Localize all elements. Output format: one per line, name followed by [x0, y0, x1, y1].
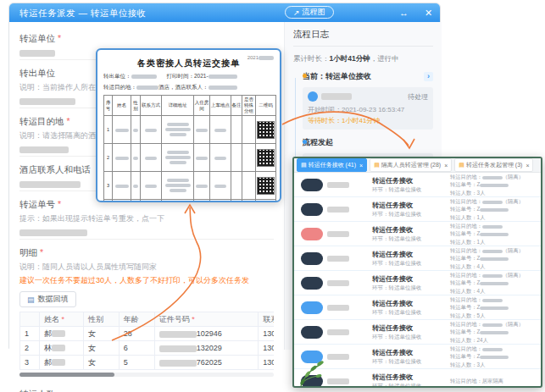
- task-list-item[interactable]: 转运任务接收环节：转运单位接收转运目的地：转运单号：Z转运人数：3人: [294, 345, 541, 369]
- task-name-zone: 转运任务接收环节：转运单位接收: [372, 201, 450, 218]
- avatar: [301, 351, 323, 363]
- sheet-cell: [194, 116, 210, 144]
- horizontal-scrollbar[interactable]: [19, 373, 274, 377]
- sheet-cell: [113, 144, 131, 172]
- sheet-cell: [210, 116, 231, 144]
- redacted-text: [115, 129, 129, 132]
- redacted-destination: [136, 86, 158, 90]
- sheet-cell: [242, 200, 256, 203]
- tab-label: 隔离人员转运管理 (28): [381, 161, 441, 169]
- data-backfill-button[interactable]: ▤ 数据回填: [19, 291, 76, 307]
- redacted-text: [327, 329, 349, 335]
- redacted-text: [480, 257, 509, 261]
- sheet-column-header: 详细地址: [162, 96, 194, 116]
- table-row[interactable]: 1郝女28102946130街道海: [20, 327, 275, 341]
- screenshot-stage: 转运任务派发 — 转运单位接收 ↗ 流程图 ↔ ✕ 转运单位 *转出单位说明：当…: [0, 0, 545, 392]
- redacted-text: [19, 229, 87, 236]
- cell-phone: 130: [259, 327, 274, 341]
- task-name-zone: 转运任务接收环节：转运单位接收: [372, 176, 450, 194]
- cell-age: 6: [119, 341, 154, 356]
- sheet-cell: [131, 200, 141, 203]
- task-tab-2[interactable]: ▤转运任务发起管理 (3)×: [454, 158, 533, 172]
- avatar: [301, 277, 323, 290]
- tab-close-icon[interactable]: ×: [359, 163, 363, 168]
- task-list-item[interactable]: 转运任务接收环节：转运单位接收转运目的地：（隔离）转运单号：Z转运人数：3人: [294, 173, 541, 197]
- task-detail-zone: 转运目的地：居家隔离: [450, 377, 534, 384]
- scrollbar-thumb[interactable]: [19, 373, 114, 377]
- task-title: 转运任务接收: [372, 176, 450, 185]
- current-node-dot: [303, 74, 307, 78]
- flow-chart-button[interactable]: ↗ 流程图: [285, 6, 334, 19]
- task-title: 转运任务接收: [372, 250, 450, 259]
- task-list-item[interactable]: 转运任务接收环节：转运单位接收转运目的地：（隔离）转运单号：Z转运人数：1人: [294, 197, 541, 222]
- tab-label: 转运任务发起管理 (3): [466, 161, 523, 169]
- cell-age: 28: [119, 327, 154, 341]
- sheet-cell: [210, 172, 231, 200]
- current-node-label: 当前：转运单位接收: [303, 71, 371, 82]
- assignee-avatar: [308, 91, 318, 102]
- redacted-text: [19, 98, 75, 105]
- transfer-sheet-preview: 各类密接人员转运交接单 2021 转出单位： 打印时间：2021- 转运目的地：…: [96, 48, 281, 202]
- redacted-text: [327, 280, 349, 286]
- task-list-item[interactable]: 转运任务接收环节：转运单位接收转运目的地：转运单号：Z转运人数：1人: [294, 222, 541, 246]
- redacted-text: [167, 179, 189, 182]
- chevron-right-icon[interactable]: ›: [424, 72, 433, 81]
- redacted-text: [480, 331, 509, 334]
- redacted-text: [19, 50, 55, 57]
- field-input[interactable]: [19, 227, 274, 240]
- column-header: 证件号码 *: [154, 312, 259, 327]
- form-field-4: 转运单号 *提示：如果出现提示转运单号重发，点一下: [19, 199, 274, 240]
- redacted-text: [52, 345, 65, 351]
- sheet-cell: [231, 200, 242, 203]
- task-tab-0[interactable]: ▤转运任务接收 (41)×: [297, 158, 367, 172]
- task-list-item[interactable]: 转运任务接收环节：转运单位接收转运目的地：（隔离）转运单号：Z转运人数：4人: [294, 271, 541, 295]
- sheet-cell-qr: [256, 200, 276, 203]
- task-list-item[interactable]: 转运任务接收环节：转运单位接收转运目的地：（隔离）转运单号：Z转运人数：4人: [294, 246, 541, 271]
- close-icon[interactable]: ✕: [425, 7, 432, 19]
- resize-icon[interactable]: ↔: [399, 7, 409, 19]
- total-duration: 累计时长：1小时41分钟，进行中: [293, 54, 433, 64]
- current-node: 当前：转运单位接收 ›: [303, 71, 433, 82]
- people-table-header: 姓名 *性别年龄证件号码 *联系方式 *现居地详细地址: [20, 312, 275, 327]
- task-count: 转运人数：5人: [450, 312, 534, 319]
- row-index: 3: [20, 356, 40, 370]
- redacted-text: [482, 274, 503, 278]
- task-count: 转运人数：1人: [450, 238, 534, 246]
- task-avatar-zone: [301, 351, 372, 363]
- task-detail-zone: 转运目的地：（隔离）转运单号：Z转运人数：4人: [450, 246, 534, 269]
- task-avatar-zone: [301, 228, 372, 240]
- sheet-row: 4: [104, 200, 276, 203]
- people-table-wrap: 姓名 *性别年龄证件号码 *联系方式 *现居地详细地址 1郝女281029461…: [19, 312, 274, 370]
- redacted-text: [52, 330, 65, 337]
- tab-close-icon[interactable]: ×: [444, 163, 448, 168]
- redacted-text: [327, 378, 349, 384]
- redacted-text: [327, 305, 349, 311]
- task-list-item[interactable]: 转运任务接收环节：转运单位接收转运目的地：（隔离）转运单号：Z转运人数：24人: [294, 320, 541, 345]
- task-title: 转运任务接收: [372, 348, 450, 357]
- tab-close-icon[interactable]: ×: [526, 163, 529, 168]
- task-detail-zone: 转运目的地：转运单号：Z转运人数：1人: [450, 222, 534, 245]
- sheet-table: 序号姓名性别联系方式详细地址入住房间上车地点备注是否特殊分组二维码 1234: [103, 95, 276, 202]
- task-number: 转运单号：Z: [450, 303, 534, 311]
- avatar: [301, 301, 323, 314]
- task-list-item[interactable]: 转运任务接收环节：转运单位接收转运目的地：居家隔离: [294, 369, 541, 388]
- required-asterisk: *: [55, 199, 61, 209]
- task-name-zone: 转运任务接收环节：转运单位接收: [372, 348, 450, 366]
- redacted-text: [170, 161, 186, 164]
- avatar: [301, 375, 323, 388]
- table-row[interactable]: 2林女6132029130街道海: [20, 341, 275, 356]
- task-number: 转运单号：Z: [450, 352, 534, 360]
- people-table: 姓名 *性别年龄证件号码 *联系方式 *现居地详细地址 1郝女281029461…: [19, 312, 274, 370]
- sheet-cell: [231, 144, 242, 172]
- task-count: 转运人数：4人: [450, 287, 534, 295]
- task-number: 转运单号：Z: [450, 180, 534, 188]
- redacted-text: [170, 133, 186, 136]
- task-destination: 转运目的地：（隔离）: [450, 271, 534, 279]
- sheet-row-index: 1: [104, 116, 113, 144]
- sheet-header: 各类密接人员转运交接单 2021: [103, 54, 274, 69]
- avatar: [301, 228, 323, 240]
- task-list-item[interactable]: 转运任务接收环节：转运单位接收转运目的地：转运单号：Z转运人数：5人: [294, 295, 541, 320]
- task-tab-1[interactable]: ▤隔离人员转运管理 (28)×: [370, 158, 452, 172]
- table-row[interactable]: 3郝女5762025130街道海: [20, 356, 275, 370]
- qr-code: [257, 177, 275, 195]
